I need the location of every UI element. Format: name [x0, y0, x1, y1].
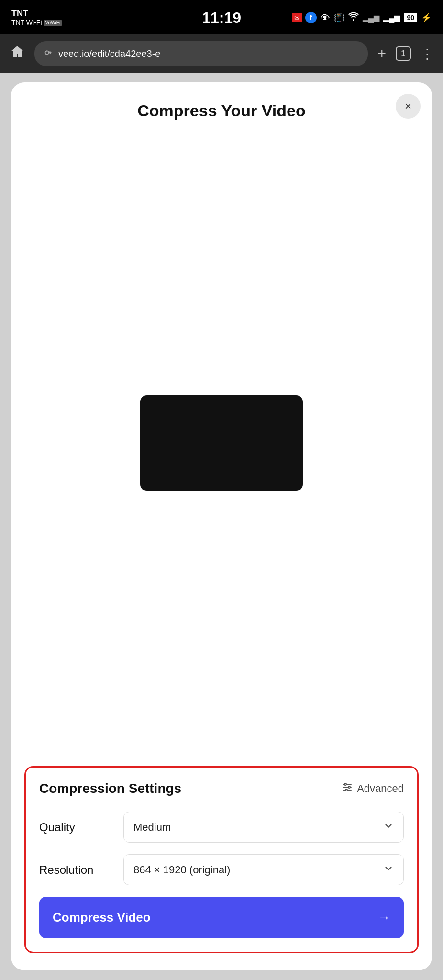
url-bar[interactable]: veed.io/edit/cda42ee3-e [34, 41, 368, 66]
carrier-info: TNT TNT Wi-Fi VoWiFi [11, 9, 62, 27]
carrier-sub-name: TNT Wi-Fi [11, 19, 42, 27]
charging-icon: ⚡ [421, 12, 432, 23]
video-thumbnail [140, 395, 303, 491]
carrier-sub: TNT Wi-Fi VoWiFi [11, 19, 62, 27]
svg-point-5 [344, 783, 346, 785]
vibrate-icon: 📳 [334, 12, 344, 23]
resolution-chevron-icon [383, 863, 394, 876]
advanced-label: Advanced [357, 782, 404, 795]
compress-modal: × Compress Your Video Compression Settin… [11, 82, 432, 970]
volte-badge: VoWiFi [44, 20, 62, 26]
carrier-name: TNT [11, 9, 62, 19]
resolution-select[interactable]: 864 × 1920 (original) [123, 854, 404, 885]
settings-header: Compression Settings Advanced [39, 781, 404, 796]
quality-chevron-icon [383, 821, 394, 834]
eye-icon: 👁 [321, 12, 330, 23]
wifi-icon [348, 12, 359, 23]
quality-row: Quality Medium [39, 812, 404, 843]
notification-icons: ✉ f [292, 12, 317, 23]
battery-badge: 90 [404, 13, 417, 22]
browser-bar: veed.io/edit/cda42ee3-e + 1 ⋮ [0, 34, 443, 73]
sliders-icon [342, 781, 353, 796]
page-content: × Compress Your Video Compression Settin… [0, 73, 443, 980]
settings-title: Compression Settings [39, 781, 181, 796]
tab-count-button[interactable]: 1 [396, 46, 411, 61]
status-time: 11:19 [202, 9, 241, 27]
modal-title: Compress Your Video [137, 101, 305, 120]
url-text: veed.io/edit/cda42ee3-e [58, 48, 359, 59]
quality-label: Quality [39, 821, 116, 834]
url-icon [43, 47, 54, 60]
compress-video-button[interactable]: Compress Video → [39, 897, 404, 938]
signal2-icon: ▂▄▆ [383, 13, 400, 22]
mail-notification-icon: ✉ [292, 13, 302, 22]
compress-btn-label: Compress Video [53, 910, 151, 925]
resolution-label: Resolution [39, 863, 116, 877]
facebook-notification-icon: f [305, 12, 317, 23]
compress-btn-arrow-icon: → [378, 910, 390, 925]
svg-point-6 [348, 786, 350, 788]
advanced-button[interactable]: Advanced [342, 781, 404, 796]
signal1-icon: ▂▄▆ [363, 13, 379, 22]
compression-settings-panel: Compression Settings Advanced [24, 766, 419, 953]
svg-point-7 [345, 789, 347, 791]
resolution-row: Resolution 864 × 1920 (original) [39, 854, 404, 885]
browser-menu-icon[interactable]: ⋮ [421, 46, 433, 62]
quality-select[interactable]: Medium [123, 812, 404, 843]
video-preview-area [24, 120, 419, 766]
resolution-value: 864 × 1920 (original) [133, 864, 230, 876]
close-button[interactable]: × [396, 94, 421, 119]
quality-value: Medium [133, 821, 171, 834]
new-tab-icon[interactable]: + [377, 45, 386, 62]
status-right-icons: ✉ f 👁 📳 ▂▄▆ ▂▄▆ 90 ⚡ [292, 12, 432, 23]
status-bar: TNT TNT Wi-Fi VoWiFi 11:19 ✉ f 👁 📳 ▂▄▆ ▂… [0, 0, 443, 34]
home-icon[interactable] [10, 45, 25, 63]
